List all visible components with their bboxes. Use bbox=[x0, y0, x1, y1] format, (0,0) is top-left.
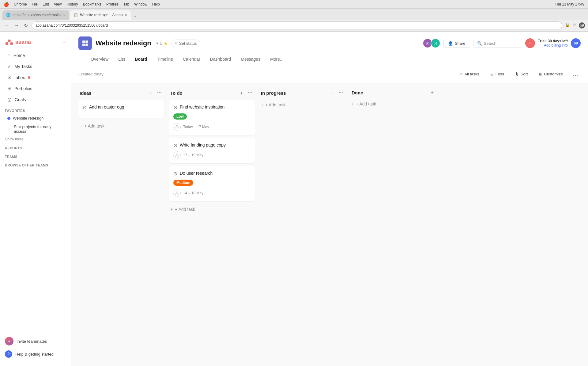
column-add-in-progress-button[interactable]: + bbox=[330, 90, 335, 97]
card-title: Do user research bbox=[180, 170, 213, 177]
card-add-easter-egg[interactable]: ⊙ Add an easter egg bbox=[78, 100, 164, 118]
menu-history[interactable]: History bbox=[67, 2, 78, 6]
forward-button[interactable]: → bbox=[13, 22, 20, 29]
search-box[interactable]: 🔍 Search bbox=[473, 39, 522, 48]
header-right: SJ b9 👤 Share 🔍 Search + Trial: 30 days … bbox=[423, 38, 581, 48]
show-more-link[interactable]: Show more bbox=[0, 136, 71, 143]
star-button[interactable]: ★ bbox=[164, 40, 168, 46]
all-tasks-button[interactable]: ○ All tasks bbox=[457, 70, 483, 78]
address-bar[interactable]: app.asana.com/0/1200329352515607/board bbox=[32, 21, 562, 29]
sidebar-toggle[interactable]: ≡ bbox=[63, 39, 66, 45]
customize-icon: ⊞ bbox=[539, 72, 542, 76]
sidebar-portfolios-label: Portfolios bbox=[14, 86, 32, 91]
menu-chrome[interactable]: Chrome bbox=[14, 2, 27, 6]
set-status-button[interactable]: Set status bbox=[172, 40, 200, 47]
filter-label: Filter bbox=[496, 72, 504, 76]
user-avatar[interactable]: b9 bbox=[571, 38, 581, 48]
project-dot bbox=[7, 117, 10, 120]
tab-more[interactable]: More... bbox=[265, 54, 288, 65]
add-task-ideas-button[interactable]: + + Add task bbox=[78, 121, 164, 131]
chevron-down-icon[interactable]: ▾ bbox=[156, 41, 158, 46]
filter-button[interactable]: ⊟ Filter bbox=[487, 70, 508, 78]
tab-asana[interactable]: 📋 Website redesign – Asana ✕ bbox=[70, 10, 130, 20]
sort-button[interactable]: ⇅ Sort bbox=[512, 70, 532, 78]
sidebar-item-my-tasks[interactable]: ✓ My Tasks bbox=[2, 61, 68, 72]
help-item[interactable]: ? Help & getting started bbox=[0, 348, 71, 360]
priority-badge-low: Low bbox=[173, 113, 187, 120]
column-add-done-button[interactable]: + bbox=[430, 89, 435, 96]
tab-dashboard[interactable]: Dashboard bbox=[205, 54, 236, 65]
sidebar-item-goals[interactable]: ◎ Goals bbox=[2, 94, 68, 105]
add-task-global-button[interactable]: + bbox=[525, 38, 535, 48]
extension-icon[interactable]: 🔒 bbox=[565, 22, 570, 29]
back-button[interactable]: ← bbox=[3, 22, 10, 29]
sidebar: asana ≡ ⌂ Home ✓ My Tasks ✉ Inbox ⊞ Port… bbox=[0, 32, 71, 366]
svg-rect-3 bbox=[82, 40, 85, 43]
board-columns: Ideas + ··· ⊙ Add an easter egg + + Add … bbox=[78, 89, 581, 215]
main-content: Website redesign ▾ ℹ ★ Set status SJ b9 bbox=[71, 32, 588, 366]
info-icon[interactable]: ℹ bbox=[160, 41, 162, 46]
board-area: Ideas + ··· ⊙ Add an easter egg + + Add … bbox=[71, 83, 588, 366]
tab-calendar[interactable]: Calendar bbox=[178, 54, 205, 65]
customize-button[interactable]: ⊞ Customize bbox=[535, 70, 567, 78]
apple-icon[interactable]: 🍎 bbox=[4, 2, 9, 7]
card-title: Add an easter egg bbox=[89, 104, 124, 110]
invite-teammates-item[interactable]: + Invite teammates bbox=[0, 334, 71, 348]
column-title-done: Done bbox=[352, 90, 427, 95]
tab-list[interactable]: List bbox=[113, 54, 130, 65]
card-find-website-inspiration[interactable]: ⊙ Find website inspiration Low T bbox=[169, 100, 255, 135]
assignee-avatar bbox=[173, 189, 181, 197]
sidebar-item-website-redesign[interactable]: Website redesign bbox=[2, 114, 68, 122]
sidebar-item-home[interactable]: ⌂ Home bbox=[2, 50, 68, 61]
column-header-in-progress: In progress + ··· bbox=[260, 89, 345, 100]
browse-other-teams-label[interactable]: Browse Other Teams bbox=[0, 160, 71, 168]
column-more-in-progress-button[interactable]: ··· bbox=[337, 89, 344, 97]
tab-overview[interactable]: Overview bbox=[86, 54, 113, 65]
card-do-user-research[interactable]: ⊙ Do user research Medium 14 – 1 bbox=[169, 166, 255, 201]
browser-toolbar: ← → ↻ app.asana.com/0/1200329352515607/b… bbox=[0, 20, 588, 31]
column-add-todo-button[interactable]: + bbox=[239, 90, 244, 97]
add-task-in-progress-button[interactable]: + + Add task bbox=[260, 100, 345, 110]
add-task-ideas-label: + Add task bbox=[84, 124, 104, 128]
avatar-b9: b9 bbox=[431, 38, 440, 48]
add-task-plus-icon: + bbox=[170, 207, 173, 212]
tab-inboxflows[interactable]: 🌐 https://inboxflows.com/emails/ ✕ bbox=[2, 10, 69, 20]
add-task-todo-button[interactable]: + + Add task bbox=[169, 204, 255, 215]
add-billing-link[interactable]: Add billing info bbox=[544, 43, 568, 48]
project-tabs: Overview List Board Timeline Calendar Da… bbox=[78, 54, 581, 65]
tab-asana-close[interactable]: ✕ bbox=[125, 13, 127, 17]
menu-edit[interactable]: Edit bbox=[43, 2, 49, 6]
reload-button[interactable]: ↻ bbox=[23, 22, 29, 29]
tab-messages[interactable]: Messages bbox=[236, 54, 265, 65]
menu-bookmarks[interactable]: Bookmarks bbox=[83, 2, 101, 6]
menu-file[interactable]: File bbox=[32, 2, 38, 6]
column-add-ideas-button[interactable]: + bbox=[148, 90, 153, 97]
sidebar-item-portfolios[interactable]: ⊞ Portfolios bbox=[2, 83, 68, 94]
menu-view[interactable]: View bbox=[54, 2, 62, 6]
share-button[interactable]: 👤 Share bbox=[443, 39, 470, 48]
menu-help[interactable]: Help bbox=[152, 2, 160, 6]
menu-profiles[interactable]: Profiles bbox=[106, 2, 119, 6]
menu-window[interactable]: Window bbox=[134, 2, 147, 6]
column-more-ideas-button[interactable]: ··· bbox=[156, 89, 163, 97]
new-tab-button[interactable]: + bbox=[131, 14, 139, 20]
bookmark-icon[interactable]: ☆ bbox=[572, 22, 576, 29]
sidebar-home-label: Home bbox=[13, 53, 25, 58]
menu-tab[interactable]: Tab bbox=[123, 2, 129, 6]
app-container: asana ≡ ⌂ Home ✓ My Tasks ✉ Inbox ⊞ Port… bbox=[0, 32, 588, 366]
sidebar-star-projects[interactable]: ☆ Star projects for easy access bbox=[2, 123, 68, 135]
column-more-todo-button[interactable]: ··· bbox=[247, 89, 254, 97]
card-write-landing-page[interactable]: ⊙ Write landing page copy 17 – 19 May bbox=[169, 138, 255, 163]
sort-label: Sort bbox=[521, 72, 528, 76]
profile-icon[interactable]: b9 bbox=[579, 22, 585, 29]
task-check-icon: ⊙ bbox=[83, 105, 87, 110]
add-task-done-button[interactable]: + + Add task bbox=[350, 99, 436, 109]
toolbar-more-button[interactable]: … bbox=[570, 69, 581, 79]
tab-timeline[interactable]: Timeline bbox=[152, 54, 178, 65]
sidebar-goals-label: Goals bbox=[15, 97, 26, 102]
tab-inboxflows-close[interactable]: ✕ bbox=[63, 13, 66, 17]
sidebar-item-inbox[interactable]: ✉ Inbox bbox=[2, 72, 68, 83]
tab-board[interactable]: Board bbox=[130, 54, 152, 65]
svg-rect-6 bbox=[85, 44, 88, 46]
add-task-plus-icon: + bbox=[352, 101, 354, 106]
